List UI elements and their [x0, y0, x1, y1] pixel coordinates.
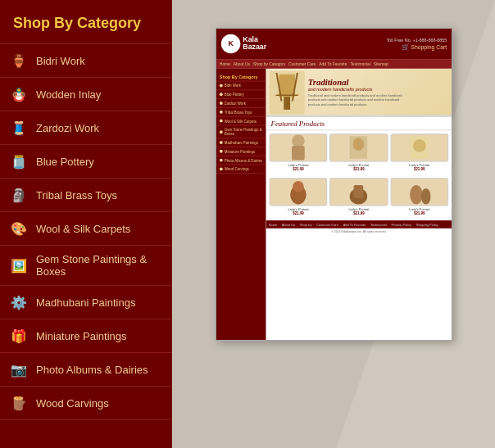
preview-sidebar-item-6[interactable]: Madhubani Paintings: [216, 138, 266, 147]
preview-cart: 🛒 Shopping Cart: [401, 43, 447, 51]
sidebar-icon-tribal-brass-toys: 🗿: [10, 186, 28, 204]
sidebar-title: Shop By Category: [0, 0, 172, 44]
sidebar-item-blue-pottery[interactable]: 🫙 Blue Pottery: [0, 145, 172, 179]
preview-banner-desc: Traditional and modern handicraft produc…: [307, 93, 404, 106]
preview-sidebar-dot-6: [219, 141, 222, 144]
sidebar-icon-madhubani: ⚙️: [10, 293, 28, 311]
sidebar-item-bidri-work[interactable]: 🏺 Bidri Work: [0, 44, 172, 78]
sidebar-item-wodden-inlay[interactable]: 🪆 Wodden Inlay: [0, 78, 172, 111]
preview-toll-free: Toll Free No. +1-888-868-8855: [386, 37, 447, 42]
preview-sidebar-item-2[interactable]: Zardozi Work: [216, 99, 266, 108]
preview-product-price-3: $21.99: [413, 167, 424, 171]
preview-body: Shop By Category Bidri WorkBlue PotteryZ…: [216, 69, 451, 341]
nav-shop[interactable]: Shop by Category: [252, 61, 284, 66]
sidebar-item-wool-silk-carpets[interactable]: 🎨 Wool & Silk Carpets: [0, 212, 172, 246]
svg-point-16: [409, 185, 422, 205]
nav-home[interactable]: Home: [219, 61, 229, 66]
preview-product-img-2: [329, 133, 388, 161]
preview-logo-circle: K: [220, 34, 240, 54]
preview-product-2: Lady's Portrait $21.99: [329, 133, 388, 171]
sidebar-item-label-miniature: Miniature Paintings: [36, 330, 127, 342]
preview-sidebar-item-0[interactable]: Bidri Work: [216, 82, 266, 91]
preview-sidebar-dot-3: [219, 111, 222, 114]
sidebar-item-label-photo-albums: Photo Albums & Dairies: [36, 364, 148, 376]
preview-product-6: Lady's Portrait $21.99: [390, 178, 448, 215]
nav-about[interactable]: About Us: [233, 61, 249, 66]
sidebar-icon-zardozi-work: 🧵: [10, 119, 28, 137]
sidebar-item-label-wool-silk-carpets: Wool & Silk Carpets: [36, 223, 130, 235]
preview-product-img-5: [329, 178, 388, 206]
preview-products-row-1: Lady's Portrait $21.99 Lady's Portrait $…: [266, 130, 451, 174]
sidebar-item-label-blue-pottery: Blue Pottery: [36, 156, 94, 168]
preview-sidebar-dot-1: [219, 93, 222, 96]
preview-sidebar-dot-4: [219, 120, 222, 123]
sidebar-item-zardozi-work[interactable]: 🧵 Zardozi Work: [0, 111, 172, 145]
sidebar-item-wood-carvings[interactable]: 🪵 Wood Carvings: [0, 387, 172, 420]
preview-product-4: Lady's Portrait $21.99: [269, 178, 327, 215]
preview-sidebar-dot-0: [219, 84, 222, 87]
sidebar-icon-miniature: 🎁: [10, 327, 28, 345]
svg-rect-15: [353, 185, 363, 198]
preview-header: K KalaBazaar Toll Free No. +1-888-868-88…: [216, 29, 451, 59]
preview-sidebar-dot-5: [219, 130, 222, 133]
sidebar-item-photo-albums[interactable]: 📷 Photo Albums & Dairies: [0, 353, 172, 387]
preview-product-img-6: [390, 178, 448, 206]
preview-sidebar-dot-9: [219, 167, 222, 170]
nav-sitemap[interactable]: Sitemap: [373, 61, 388, 66]
svg-rect-4: [284, 97, 290, 110]
sidebar-item-label-wodden-inlay: Wodden Inlay: [36, 88, 101, 101]
svg-rect-7: [292, 146, 305, 161]
sidebar-item-tribal-brass-toys[interactable]: 🗿 Tribal Brass Toys: [0, 179, 172, 212]
sidebar-item-label-gem-stone: Gem Stone Paintings & Boxes: [36, 253, 162, 278]
sidebar-icon-wodden-inlay: 🪆: [10, 85, 28, 103]
nav-favorite[interactable]: Add To Favorite: [319, 61, 347, 66]
preview-product-price-1: $21.99: [293, 167, 303, 171]
preview-banner-image: [269, 71, 304, 115]
sidebar-item-label-bidri-work: Bidri Work: [36, 55, 85, 67]
preview-sidebar-item-4[interactable]: Wool & Silk Carpets: [216, 117, 266, 126]
preview-logo-text: KalaBazaar: [243, 36, 266, 52]
sidebar-icon-bidri-work: 🏺: [10, 52, 28, 70]
preview-products-row-2: Lady's Portrait $21.99 Lady's Portrait $…: [266, 174, 451, 219]
preview-featured-title: Featured Products: [266, 117, 451, 131]
right-panel: K KalaBazaar Toll Free No. +1-888-868-88…: [172, 0, 495, 448]
website-preview: K KalaBazaar Toll Free No. +1-888-868-88…: [215, 28, 452, 341]
nav-testimonial[interactable]: Testimonial: [350, 61, 370, 66]
sidebar-icon-gem-stone: 🖼️: [10, 256, 28, 274]
sidebar-icon-photo-albums: 📷: [10, 360, 28, 378]
preview-banner-content: Traditional and modern handicrafts produ…: [307, 77, 451, 106]
preview-product-5: Lady's Portrait $21.99: [329, 178, 388, 215]
sidebar-item-gem-stone[interactable]: 🖼️ Gem Stone Paintings & Boxes: [0, 246, 172, 286]
preview-product-price-2: $21.99: [353, 167, 364, 171]
preview-sidebar-item-7[interactable]: Miniature Paintings: [216, 147, 266, 156]
preview-sidebar-dot-7: [219, 150, 222, 153]
preview-sidebar-item-5[interactable]: Gem Stone Paintings & Boxes: [216, 125, 266, 138]
sidebar: Shop By Category 🏺 Bidri Work 🪆 Wodden I…: [0, 0, 172, 448]
sidebar-item-label-zardozi-work: Zardozi Work: [36, 122, 99, 134]
preview-product-1: Lady's Portrait $21.99: [269, 133, 327, 171]
sidebar-item-label-wood-carvings: Wood Carvings: [36, 397, 109, 410]
preview-product-price-6: $21.99: [413, 211, 424, 215]
preview-product-img-4: [269, 178, 327, 206]
nav-customer[interactable]: Customer Care: [288, 61, 316, 66]
preview-sidebar-item-1[interactable]: Blue Pottery: [216, 90, 266, 99]
preview-nav-bar: Home About Us Shop by Category Customer …: [216, 59, 451, 69]
preview-product-price-4: $21.99: [293, 211, 303, 215]
preview-sidebar-dot-8: [219, 159, 222, 162]
preview-sidebar-dot-2: [219, 102, 222, 105]
preview-copyright: © 2011 KalaBazaar.com. All rights reserv…: [266, 229, 451, 235]
svg-point-6: [292, 134, 305, 147]
sidebar-item-label-tribal-brass-toys: Tribal Brass Toys: [36, 189, 117, 201]
preview-product-img-3: [390, 133, 448, 161]
preview-product-img-1: [269, 133, 327, 161]
preview-sidebar-item-8[interactable]: Photo Albums & Dairies: [216, 156, 266, 165]
sidebar-item-miniature[interactable]: 🎁 Miniature Paintings: [0, 319, 172, 353]
sidebar-item-madhubani[interactable]: ⚙️ Madhubani Paintings: [0, 286, 172, 319]
preview-sidebar-item-3[interactable]: Tribal Brass Toys: [216, 108, 266, 117]
sidebar-item-label-madhubani: Madhubani Paintings: [36, 296, 135, 309]
svg-point-17: [420, 188, 430, 205]
preview-banner: Traditional and modern handicrafts produ…: [266, 69, 451, 117]
preview-banner-subtitle: and modern handicrafts products: [307, 87, 451, 92]
preview-product-3: Lady's Portrait $21.99: [390, 133, 448, 171]
preview-sidebar-item-9[interactable]: Wood Carvings: [216, 165, 266, 174]
